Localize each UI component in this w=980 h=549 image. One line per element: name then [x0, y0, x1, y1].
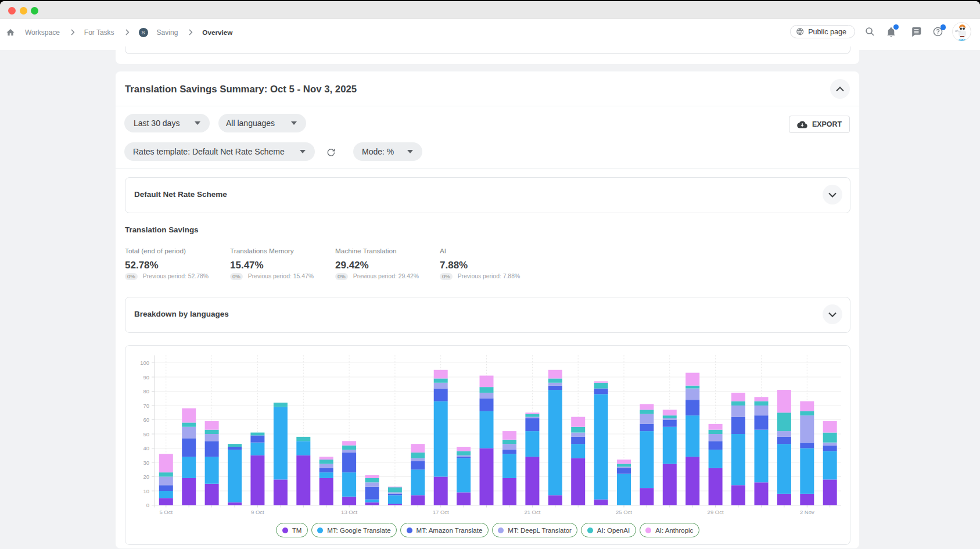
svg-text:0: 0: [146, 502, 149, 508]
svg-text:29 Oct: 29 Oct: [708, 509, 724, 515]
svg-text:70: 70: [143, 403, 149, 409]
svg-text:9 Oct: 9 Oct: [251, 509, 264, 515]
svg-text:40: 40: [143, 445, 149, 451]
svg-text:60: 60: [143, 417, 149, 423]
svg-text:100: 100: [140, 360, 149, 366]
svg-text:2 Nov: 2 Nov: [800, 509, 814, 515]
svg-text:30: 30: [143, 460, 149, 466]
svg-text:25 Oct: 25 Oct: [616, 509, 632, 515]
svg-text:50: 50: [143, 431, 149, 437]
svg-text:21 Oct: 21 Oct: [524, 509, 540, 515]
svg-text:17 Oct: 17 Oct: [433, 509, 449, 515]
svg-text:13 Oct: 13 Oct: [341, 509, 357, 515]
svg-text:10: 10: [143, 488, 149, 494]
svg-text:20: 20: [143, 473, 149, 480]
svg-text:80: 80: [143, 388, 149, 394]
svg-text:5 Oct: 5 Oct: [159, 509, 173, 515]
svg-text:90: 90: [143, 374, 149, 381]
